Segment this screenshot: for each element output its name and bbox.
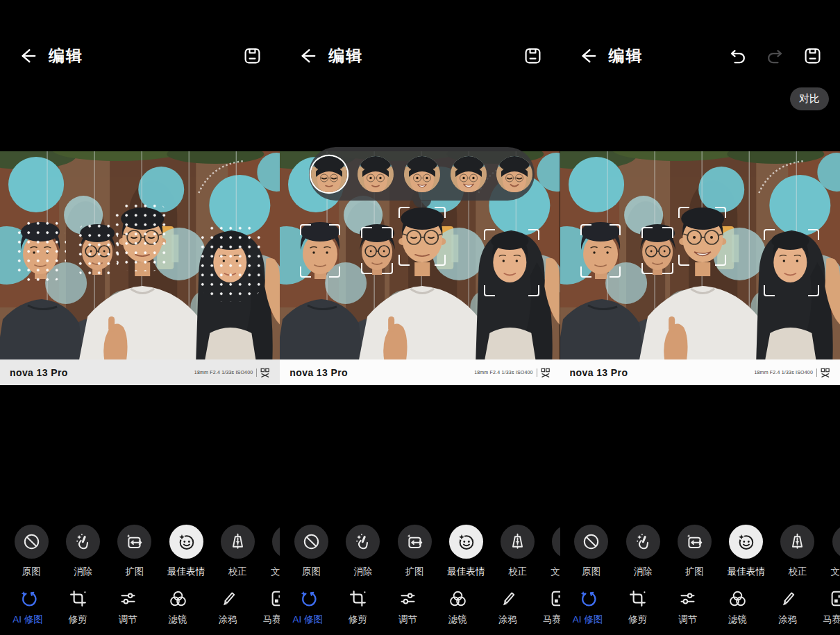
tab-doodle[interactable]: 涂鸦 xyxy=(763,589,813,626)
save-button[interactable] xyxy=(523,46,542,65)
save-button[interactable] xyxy=(243,46,262,65)
doodle-icon xyxy=(219,589,237,608)
expression-thumb-4[interactable] xyxy=(451,156,487,192)
face-frame[interactable] xyxy=(484,229,539,296)
function-best-expression[interactable]: 最佳表情 xyxy=(440,525,492,578)
page-title: 编辑 xyxy=(49,45,83,67)
function-expand[interactable]: 扩图 xyxy=(109,525,160,578)
mosaic-icon xyxy=(269,589,280,608)
function-erase[interactable]: 消除 xyxy=(57,525,108,578)
tab-ai-retouch[interactable]: AI 修图 xyxy=(563,589,613,626)
expression-thumb-2[interactable] xyxy=(358,156,394,192)
ai-expand-icon xyxy=(125,532,144,551)
center-face-expression xyxy=(121,229,163,257)
xmage-logo-icon xyxy=(821,368,830,378)
original-photo-icon xyxy=(582,532,600,551)
function-original[interactable]: 原图 xyxy=(6,525,57,578)
function-best-expression[interactable]: 最佳表情 xyxy=(720,525,771,578)
adjust-icon xyxy=(678,589,697,608)
perspective-correct-icon xyxy=(508,532,527,551)
doodle-icon xyxy=(498,589,517,608)
camera-exif: 18mm F2.4 1/33s ISO400 xyxy=(474,368,551,378)
best-expression-icon xyxy=(457,532,476,551)
expression-selector-strip xyxy=(309,147,535,201)
crop-icon xyxy=(348,589,367,608)
ai-expand-icon xyxy=(685,532,704,551)
undo-button[interactable] xyxy=(728,46,747,65)
function-correct[interactable]: 校正 xyxy=(492,525,543,578)
expression-thumb-3[interactable] xyxy=(404,156,440,192)
function-original[interactable]: 原图 xyxy=(285,525,337,578)
function-expand[interactable]: 扩图 xyxy=(389,525,440,578)
tab-doodle[interactable]: 涂鸦 xyxy=(482,589,532,626)
tab-mosaic[interactable]: 马赛 xyxy=(813,589,840,626)
tab-crop[interactable]: 修剪 xyxy=(53,589,103,626)
doodle-icon xyxy=(778,589,797,608)
tab-filter[interactable]: 滤镜 xyxy=(153,589,203,626)
compare-button[interactable]: 对比 xyxy=(790,87,829,110)
save-button[interactable] xyxy=(803,46,822,65)
tab-mosaic[interactable]: 马赛 xyxy=(532,589,560,626)
mosaic-icon xyxy=(828,589,840,608)
function-expand[interactable]: 扩图 xyxy=(669,525,720,578)
original-photo-icon xyxy=(22,532,41,551)
tab-ai-retouch[interactable]: AI 修图 xyxy=(3,589,53,626)
function-correct[interactable]: 校正 xyxy=(212,525,263,578)
page-title: 编辑 xyxy=(328,45,363,67)
function-correct[interactable]: 校正 xyxy=(772,525,823,578)
ai-expand-icon xyxy=(405,532,424,551)
best-expression-icon xyxy=(177,532,196,551)
ai-erase-icon xyxy=(634,532,653,551)
tab-doodle[interactable]: 涂鸦 xyxy=(203,589,253,626)
page-title: 编辑 xyxy=(609,45,644,67)
divider xyxy=(256,369,257,377)
photo-canvas[interactable] xyxy=(0,151,280,359)
face-frame[interactable] xyxy=(641,227,673,274)
function-text[interactable]: 文 xyxy=(544,525,560,578)
header: 编辑 xyxy=(280,40,560,71)
function-original[interactable]: 原图 xyxy=(566,525,617,578)
xmage-logo-icon xyxy=(260,368,270,378)
tab-adjust[interactable]: 调节 xyxy=(103,589,153,626)
tab-mosaic[interactable]: 马赛 xyxy=(253,589,280,626)
watermark-bar: nova 13 Pro 18mm F2.4 1/33s ISO400 xyxy=(280,359,560,385)
back-button[interactable] xyxy=(578,46,597,65)
tab-crop[interactable]: 修剪 xyxy=(333,589,383,626)
mosaic-icon xyxy=(548,589,560,608)
function-row: 原图 消除 扩图 最佳表情 校正 文 xyxy=(560,525,840,578)
function-erase[interactable]: 消除 xyxy=(337,525,389,578)
divider xyxy=(816,369,817,377)
tab-adjust[interactable]: 调节 xyxy=(383,589,432,626)
camera-info-text: 18mm F2.4 1/33s ISO400 xyxy=(754,370,813,375)
face-frame[interactable] xyxy=(764,229,819,296)
camera-exif: 18mm F2.4 1/33s ISO400 xyxy=(754,368,830,378)
tab-crop[interactable]: 修剪 xyxy=(613,589,663,626)
tab-ai-retouch[interactable]: AI 修图 xyxy=(283,589,333,626)
function-erase[interactable]: 消除 xyxy=(617,525,669,578)
divider xyxy=(537,369,537,377)
expression-thumb-5[interactable] xyxy=(496,156,532,192)
tab-row: AI 修图 修剪 调节 滤镜 涂鸦 马赛 xyxy=(280,589,560,626)
ai-retouch-icon xyxy=(19,589,37,608)
tab-filter[interactable]: 滤镜 xyxy=(713,589,763,626)
filter-icon xyxy=(169,589,187,608)
function-best-expression[interactable]: 最佳表情 xyxy=(160,525,212,578)
original-photo-icon xyxy=(302,532,321,551)
face-frame[interactable] xyxy=(361,227,393,274)
face-frame[interactable] xyxy=(580,224,621,278)
back-button[interactable] xyxy=(298,46,317,65)
redo-button[interactable] xyxy=(766,46,784,65)
function-text[interactable]: 文 xyxy=(263,525,280,578)
tab-filter[interactable]: 滤镜 xyxy=(432,589,482,626)
ai-erase-icon xyxy=(353,532,372,551)
face-frame[interactable] xyxy=(300,224,340,278)
ai-erase-icon xyxy=(74,532,92,551)
function-row: 原图 消除 扩图 最佳表情 校正 文 xyxy=(0,525,280,578)
photo-canvas[interactable] xyxy=(560,151,840,359)
camera-info-text: 18mm F2.4 1/33s ISO400 xyxy=(194,370,253,375)
back-button[interactable] xyxy=(18,46,37,65)
tab-adjust[interactable]: 调节 xyxy=(663,589,713,626)
center-face-expression xyxy=(401,229,443,257)
function-text[interactable]: 文 xyxy=(823,525,840,578)
expression-thumb-1[interactable] xyxy=(311,156,347,192)
